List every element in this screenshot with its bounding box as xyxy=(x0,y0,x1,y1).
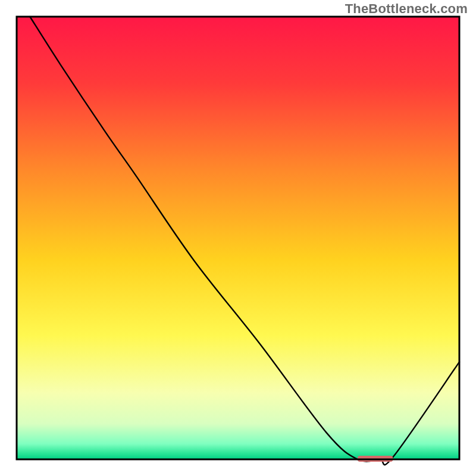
chart-root: TheBottleneck.com xyxy=(0,0,476,476)
gradient-background xyxy=(17,17,459,459)
attribution-label: TheBottleneck.com xyxy=(345,1,468,17)
bottleneck-chart xyxy=(0,0,476,476)
